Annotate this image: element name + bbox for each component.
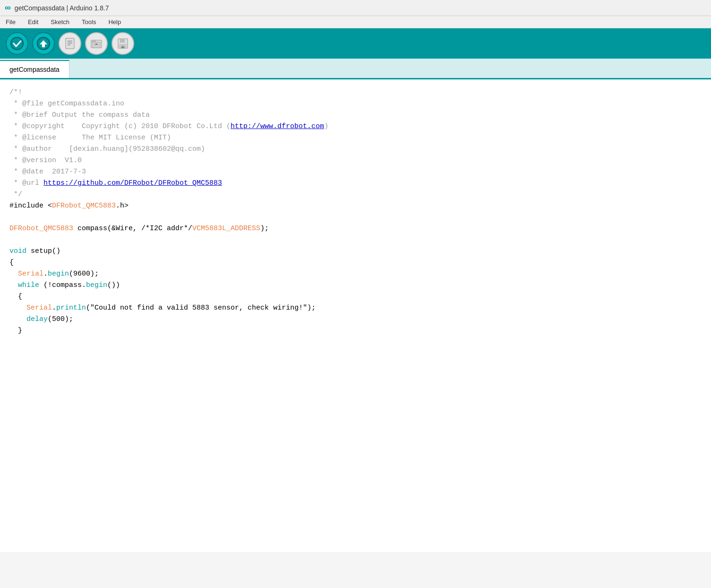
- code-line-9: * @url https://github.com/DFRobot/DFRobo…: [9, 178, 702, 189]
- code-line-17: Serial.begin(9600);: [9, 268, 702, 280]
- svg-point-0: [11, 37, 23, 50]
- save-button[interactable]: [111, 32, 134, 55]
- code-line-6: * @author [dexian.huang](952838602@qq.co…: [9, 144, 702, 155]
- code-line-13: DFRobot_QMC5883 compass(&Wire, /*I2C add…: [9, 223, 702, 234]
- new-button[interactable]: [59, 32, 81, 55]
- code-line-21: delay(500);: [9, 314, 702, 325]
- code-line-15: void setup(): [9, 246, 702, 257]
- code-line-11: #include <DFRobot_QMC5883.h>: [9, 200, 702, 212]
- verify-button[interactable]: [6, 32, 28, 55]
- menu-file[interactable]: File: [4, 17, 17, 26]
- svg-rect-12: [120, 39, 125, 43]
- svg-rect-8: [91, 40, 96, 42]
- svg-rect-3: [66, 38, 74, 49]
- menu-tools[interactable]: Tools: [80, 17, 98, 26]
- toolbar: [0, 28, 711, 59]
- code-line-5: * @license The MIT License (MIT): [9, 132, 702, 144]
- upload-button[interactable]: [32, 32, 55, 55]
- menu-edit[interactable]: Edit: [26, 17, 40, 26]
- menu-bar: File Edit Sketch Tools Help: [0, 16, 711, 28]
- app-logo: ∞: [5, 3, 11, 13]
- menu-sketch[interactable]: Sketch: [49, 17, 71, 26]
- code-line-2: * @file getCompassdata.ino: [9, 98, 702, 110]
- code-line-19: {: [9, 291, 702, 303]
- code-line-4: * @copyright Copyright (c) 2010 DFRobot …: [9, 121, 702, 132]
- code-line-22: }: [9, 325, 702, 337]
- code-line-12: [9, 212, 702, 223]
- tab-bar: getCompassdata: [0, 59, 711, 79]
- code-line-8: * @date 2017-7-3: [9, 166, 702, 178]
- code-line-18: while (!compass.begin()): [9, 280, 702, 291]
- code-line-20: Serial.println("Could not find a valid 5…: [9, 303, 702, 314]
- code-line-10: */: [9, 189, 702, 200]
- window-title: getCompassdata | Arduino 1.8.7: [15, 4, 109, 12]
- code-line-1: /*!: [9, 87, 702, 98]
- code-line-7: * @version V1.0: [9, 155, 702, 166]
- code-line-16: {: [9, 257, 702, 268]
- code-line-14: [9, 234, 702, 246]
- title-bar: ∞ getCompassdata | Arduino 1.8.7: [0, 0, 711, 16]
- menu-help[interactable]: Help: [106, 17, 123, 26]
- open-button[interactable]: [85, 32, 108, 55]
- code-editor[interactable]: /*! * @file getCompassdata.ino * @brief …: [0, 79, 711, 552]
- code-line-3: * @brief Output the compass data: [9, 110, 702, 121]
- tab-getcompassdata[interactable]: getCompassdata: [0, 60, 69, 78]
